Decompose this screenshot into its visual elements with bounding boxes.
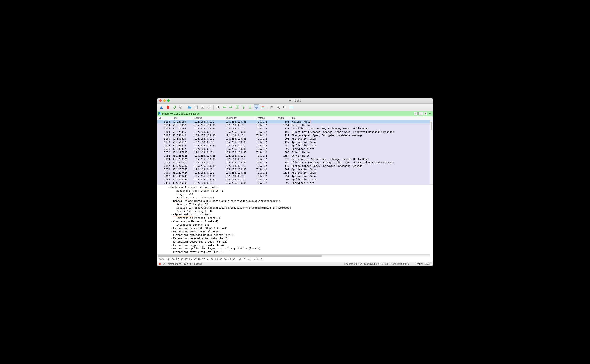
filter-dropdown-button[interactable]: ▾ xyxy=(424,112,427,116)
open-file-button[interactable] xyxy=(187,104,193,110)
packet-list-body[interactable]: 313651.280169192.168.0.111115.236.119.85… xyxy=(157,120,433,185)
apply-filter-button[interactable]: → xyxy=(418,112,423,116)
tree-item[interactable]: ▾Handshake Protocol: Client Hello xyxy=(157,186,433,189)
tree-item[interactable]: ▸Extension: renegotiation_info (len=1) xyxy=(157,237,433,240)
clear-filter-button[interactable]: ✕ xyxy=(414,112,418,116)
bookmark-icon[interactable] xyxy=(158,112,161,115)
expand-arrow-icon[interactable]: ▸ xyxy=(170,227,173,229)
shark-fin-icon[interactable] xyxy=(159,104,164,110)
packet-row[interactable]: 7050351.197883192.168.0.111115.236.119.8… xyxy=(157,151,433,154)
tree-item[interactable]: Session ID: 83b7710e9f6880458221f0d72662… xyxy=(157,206,433,209)
column-header-length[interactable]: Length xyxy=(275,117,290,120)
tree-item[interactable]: ▸Cipher Suites (21 suites) xyxy=(157,213,433,216)
expand-arrow-icon[interactable]: ▸ xyxy=(170,213,173,215)
expand-arrow-icon[interactable] xyxy=(173,190,176,192)
tree-item[interactable]: ▸Extension: application_layer_protocol_n… xyxy=(157,247,433,250)
expand-arrow-icon[interactable]: ▸ xyxy=(170,247,173,249)
packet-row[interactable]: 315451.315087115.236.119.85192.168.0.111… xyxy=(157,124,433,127)
add-filter-button[interactable]: + xyxy=(427,112,432,116)
packet-list-scrollbar[interactable] xyxy=(430,120,433,184)
restart-capture-button[interactable] xyxy=(172,104,177,110)
packet-row[interactable]: 317451.396872115.236.119.85192.168.0.111… xyxy=(157,144,433,147)
tree-item[interactable]: ▸Extension: supported_groups (len=12) xyxy=(157,240,433,243)
reload-file-button[interactable] xyxy=(206,104,212,110)
packet-row[interactable]: 7052351.233825115.236.119.85192.168.0.11… xyxy=(157,154,433,157)
tree-item[interactable]: Compression Methods Length: 1 xyxy=(157,216,433,220)
packet-row[interactable]: 315651.315089115.236.119.85192.168.0.111… xyxy=(157,127,433,130)
go-forward-button[interactable] xyxy=(228,104,234,110)
expand-arrow-icon[interactable]: ▸ xyxy=(170,220,173,222)
expand-arrow-icon[interactable]: ▸ xyxy=(170,234,173,236)
minimize-window-button[interactable] xyxy=(163,99,166,102)
expand-arrow-icon[interactable] xyxy=(173,203,176,205)
zoom-window-button[interactable] xyxy=(167,99,170,102)
column-header-source[interactable]: Source xyxy=(193,117,224,120)
tree-item[interactable]: ▸Extension: ec_point_formats (len=2) xyxy=(157,243,433,247)
column-header-destination[interactable]: Destination xyxy=(224,117,255,120)
expand-arrow-icon[interactable] xyxy=(173,207,176,209)
packet-row[interactable]: 7056351.241617192.168.0.111115.236.119.8… xyxy=(157,161,433,164)
column-header-info[interactable]: Info xyxy=(290,117,433,120)
packet-row[interactable]: 7062351.313245115.236.119.85192.168.0.11… xyxy=(157,174,433,178)
packet-row[interactable]: 7060351.277424192.168.0.111115.236.119.8… xyxy=(157,171,433,174)
expand-arrow-icon[interactable]: ▸ xyxy=(170,244,173,246)
auto-scroll-button[interactable] xyxy=(254,104,259,110)
expert-info-icon[interactable] xyxy=(159,263,161,265)
find-packet-button[interactable] xyxy=(215,104,221,110)
expand-arrow-icon[interactable]: ▸ xyxy=(170,237,173,239)
packet-row[interactable]: 316351.323356192.168.0.111115.236.119.85… xyxy=(157,130,433,134)
close-file-button[interactable] xyxy=(200,104,205,110)
column-header-no[interactable]: No. xyxy=(157,117,171,120)
packet-bytes-pane[interactable]: 0000 64 6e 97 30 27 ba a0 78 17 ad 84 69… xyxy=(157,257,433,262)
tree-item[interactable]: Session ID Length: 32 xyxy=(157,202,433,206)
details-horizontal-scrollbar[interactable] xyxy=(157,254,430,257)
tree-item[interactable]: ▸Extension: status_request (len=5) xyxy=(157,250,433,254)
tree-item[interactable]: Extensions Length: 393 xyxy=(157,223,433,226)
expand-arrow-icon[interactable]: ▸ xyxy=(170,240,173,243)
go-to-packet-button[interactable] xyxy=(235,104,240,110)
expand-arrow-icon[interactable] xyxy=(173,217,176,219)
tree-item[interactable]: Handshake Type: Client Hello (1) xyxy=(157,189,433,192)
stop-capture-button[interactable] xyxy=(165,104,171,110)
tree-item[interactable]: ▸Random: f2ac26812a38a583e94e2dc9a106757… xyxy=(157,199,433,202)
packet-row[interactable]: 7490382.149599192.168.0.111115.236.119.8… xyxy=(157,181,433,185)
expand-arrow-icon[interactable]: ▸ xyxy=(170,200,173,202)
packet-row[interactable]: 7054351.233826115.236.119.85192.168.0.11… xyxy=(157,157,433,161)
tree-item[interactable]: Cipher Suites Length: 42 xyxy=(157,209,433,213)
tree-item[interactable]: ▸Compression Methods (1 method) xyxy=(157,220,433,223)
profile-label[interactable]: Profile: Default xyxy=(415,262,431,265)
zoom-reset-button[interactable]: 1 xyxy=(282,104,287,110)
packet-row[interactable]: 7059351.277253192.168.0.111115.236.119.8… xyxy=(157,168,433,171)
packet-list-header[interactable]: No. Time Source Destination Protocol Len… xyxy=(157,117,433,120)
go-last-packet-button[interactable] xyxy=(247,104,253,110)
tree-item[interactable]: ▸Extension: server_name (len=20) xyxy=(157,230,433,233)
expand-arrow-icon[interactable]: ▾ xyxy=(167,186,170,188)
packet-details-pane[interactable]: ▾Handshake Protocol: Client Hello Handsh… xyxy=(157,185,433,257)
colorize-button[interactable] xyxy=(260,104,266,110)
column-header-protocol[interactable]: Protocol xyxy=(255,117,275,120)
capture-file-properties-icon[interactable] xyxy=(163,262,166,265)
save-file-button[interactable] xyxy=(193,104,199,110)
resize-columns-button[interactable] xyxy=(288,104,294,110)
go-back-button[interactable] xyxy=(222,104,227,110)
expand-arrow-icon[interactable] xyxy=(173,196,176,199)
packet-row[interactable]: 317051.358652192.168.0.111115.236.119.85… xyxy=(157,140,433,144)
close-window-button[interactable] xyxy=(159,99,162,102)
expand-arrow-icon[interactable]: ▸ xyxy=(170,230,173,233)
capture-options-button[interactable] xyxy=(178,104,184,110)
tree-item[interactable]: ▸Extension: extended_master_secret (len=… xyxy=(157,233,433,237)
zoom-in-button[interactable] xyxy=(269,104,275,110)
packet-row[interactable]: 7063351.313246115.236.119.85192.168.0.11… xyxy=(157,178,433,181)
packet-row[interactable]: 316951.358475192.168.0.111115.236.119.85… xyxy=(157,137,433,140)
zoom-out-button[interactable] xyxy=(275,104,281,110)
expand-arrow-icon[interactable] xyxy=(173,224,176,226)
expand-arrow-icon[interactable] xyxy=(173,193,176,195)
packet-row[interactable]: 7057351.275687115.236.119.85192.168.0.11… xyxy=(157,164,433,168)
expand-arrow-icon[interactable]: ▸ xyxy=(170,251,173,253)
display-filter-input[interactable] xyxy=(162,112,413,115)
column-header-time[interactable]: Time xyxy=(171,117,193,120)
expand-arrow-icon[interactable] xyxy=(173,210,176,212)
go-first-packet-button[interactable] xyxy=(241,104,246,110)
packet-row[interactable]: 316751.356942115.236.119.85192.168.0.111… xyxy=(157,134,433,137)
packet-row[interactable]: 313651.280169192.168.0.111115.236.119.85… xyxy=(157,120,433,124)
